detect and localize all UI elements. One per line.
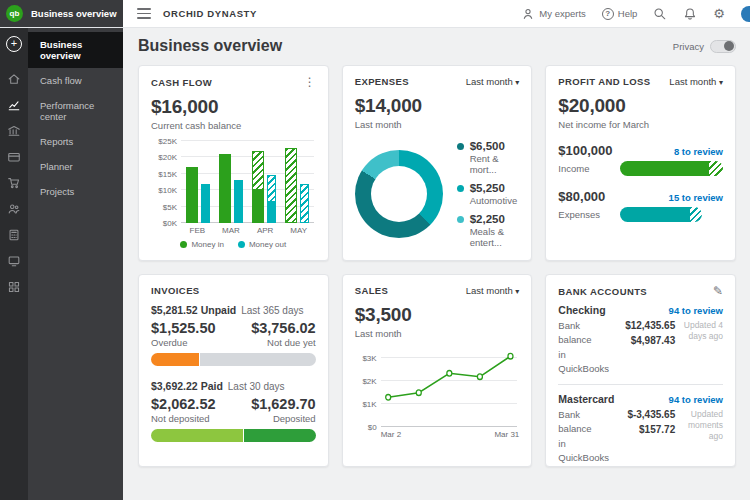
sales-period-dropdown[interactable]: Last month ▾	[466, 285, 520, 296]
mastercard-updated: Updated moments ago	[675, 408, 723, 465]
main-content: Business overview Privacy CASH FLOW ⋮ $1…	[123, 28, 750, 500]
income-progress-bar[interactable]	[620, 161, 723, 176]
mastercard-bank-balance-label: Bank balance	[558, 408, 609, 437]
checking-in-qb-balance: $4,987.43	[609, 334, 675, 349]
expenses-period-dropdown[interactable]: Last month ▾	[466, 76, 520, 87]
user-avatar[interactable]	[741, 6, 750, 22]
app-tab-label: Business overview	[31, 8, 117, 19]
paid-period: Last 30 days	[228, 381, 285, 392]
sales-x-end: Mar 31	[494, 430, 519, 439]
mastercard-review-link[interactable]: 94 to review	[669, 394, 723, 405]
my-experts-button[interactable]: My experts	[521, 7, 585, 21]
sales-card: SALES Last month ▾ $3,500 Last month $0$…	[342, 274, 533, 467]
sidebar-item-business-overview[interactable]: Business overview	[28, 32, 123, 68]
cash-flow-x-axis: FEBMARAPRMAY	[181, 223, 316, 235]
bank-accounts-title: BANK ACCOUNTS	[558, 286, 647, 297]
settings-gear-icon[interactable]: ⚙	[713, 7, 725, 20]
privacy-label: Privacy	[673, 41, 704, 52]
payroll-calculator-icon[interactable]	[7, 227, 22, 242]
cash-flow-bar-chart[interactable]: $0K$5K$10K$15K$20K$25K	[181, 141, 314, 223]
checking-name: Checking	[558, 304, 605, 316]
kebab-menu-icon[interactable]: ⋮	[304, 76, 316, 88]
help-label: Help	[618, 8, 638, 19]
income-amount: $100,000	[558, 143, 612, 158]
not-deposited-label: Not deposited	[151, 413, 210, 424]
paid-progress-bar[interactable]	[151, 429, 316, 442]
my-experts-label: My experts	[539, 8, 585, 19]
cash-flow-title: CASH FLOW	[151, 77, 212, 88]
sidebar-item-reports[interactable]: Reports	[28, 129, 123, 154]
sales-title: SALES	[355, 285, 389, 296]
mastercard-bank-balance: $-3,435.65	[609, 408, 675, 423]
apps-grid-icon[interactable]	[7, 279, 22, 294]
expenses-review-link[interactable]: 15 to review	[669, 192, 723, 203]
sidebar-item-planner[interactable]: Planner	[28, 154, 123, 179]
home-icon[interactable]	[7, 71, 22, 86]
checking-bank-balance: $12,435.65	[609, 319, 675, 334]
bank-accounts-card: BANK ACCOUNTS ✎ Checking 94 to review Ba…	[545, 274, 736, 467]
expenses-card-icon[interactable]	[7, 149, 22, 164]
search-icon[interactable]	[653, 7, 667, 21]
overdue-amount: $1,525.50	[151, 320, 216, 336]
income-row: $100,000 8 to review Income	[558, 143, 723, 176]
sidebar-menu: Business overviewCash flowPerformance ce…	[28, 28, 123, 500]
paid-section: $3,692.22 PaidLast 30 days $2,062.52 $1,…	[151, 380, 316, 442]
time-monitor-icon[interactable]	[7, 253, 22, 268]
quickbooks-dashboard: qb Business overview ORCHID DYNASTY My e…	[0, 0, 750, 500]
expenses-legend: $6,500Rent & mort...$5,250Automotive$2,2…	[457, 140, 520, 248]
new-plus-button[interactable]: +	[6, 36, 22, 52]
mastercard-account: Mastercard 94 to review Bank balance in …	[558, 393, 723, 465]
cards-grid: CASH FLOW ⋮ $16,000 Current cash balance…	[138, 65, 736, 467]
legend-item: Money in	[180, 240, 223, 249]
expense-legend-item: $5,250Automotive	[457, 182, 520, 206]
company-name: ORCHID DYNASTY	[163, 8, 257, 19]
app-tab[interactable]: qb Business overview	[0, 0, 123, 27]
sales-cart-icon[interactable]	[7, 175, 22, 190]
unpaid-progress-bar[interactable]	[151, 353, 316, 366]
sidebar-item-cash-flow[interactable]: Cash flow	[28, 68, 123, 93]
customers-icon[interactable]	[7, 201, 22, 216]
expenses-card: EXPENSES Last month ▾ $14,000 Last month…	[342, 65, 533, 261]
sidebar-item-performance-center[interactable]: Performance center	[28, 93, 123, 129]
page-title: Business overview	[138, 37, 282, 55]
sidebar-item-projects[interactable]: Projects	[28, 179, 123, 204]
sales-amount: $3,500	[355, 304, 520, 326]
privacy-toggle[interactable]	[710, 40, 736, 53]
mastercard-in-qb-label: in QuickBooks	[558, 437, 609, 466]
expenses-subtitle: Last month	[355, 119, 520, 130]
income-label: Income	[558, 163, 620, 174]
expenses-progress-bar[interactable]	[620, 207, 702, 222]
checking-review-link[interactable]: 94 to review	[669, 305, 723, 316]
not-due-label: Not due yet	[267, 337, 316, 348]
pl-expenses-amount: $80,000	[558, 189, 605, 204]
hamburger-menu-icon[interactable]	[137, 8, 151, 19]
net-income-amount: $20,000	[558, 95, 723, 117]
notifications-bell-icon[interactable]	[683, 7, 697, 21]
expenses-donut-chart[interactable]	[355, 150, 443, 238]
checking-updated: Updated 4 days ago	[675, 319, 723, 376]
expense-legend-item: $2,250Meals & entert...	[457, 213, 520, 248]
cash-flow-card: CASH FLOW ⋮ $16,000 Current cash balance…	[138, 65, 329, 261]
income-review-link[interactable]: 8 to review	[674, 146, 723, 157]
sales-line-chart[interactable]: $0$1K$2K$3K	[381, 347, 518, 427]
quickbooks-logo[interactable]: qb	[6, 5, 23, 22]
unpaid-headline: $5,281.52 Unpaid	[151, 304, 236, 316]
sales-x-axis: Mar 2 Mar 31	[381, 427, 520, 439]
deposited-amount: $1,629.70	[251, 396, 316, 412]
profit-loss-period-dropdown[interactable]: Last month ▾	[669, 76, 723, 87]
overdue-label: Overdue	[151, 337, 187, 348]
cash-flow-legend: Money inMoney out	[151, 240, 316, 249]
business-overview-icon[interactable]	[7, 97, 22, 112]
privacy-control: Privacy	[673, 40, 736, 53]
sales-subtitle: Last month	[355, 328, 520, 339]
expenses-title: EXPENSES	[355, 76, 409, 87]
edit-pencil-icon[interactable]: ✎	[713, 285, 723, 297]
cash-balance-amount: $16,000	[151, 96, 316, 118]
invoices-card: INVOICES $5,281.52 UnpaidLast 365 days $…	[138, 274, 329, 467]
mastercard-name: Mastercard	[558, 393, 614, 405]
help-button[interactable]: ? Help	[602, 8, 638, 20]
unpaid-section: $5,281.52 UnpaidLast 365 days $1,525.50 …	[151, 304, 316, 366]
banking-icon[interactable]	[7, 123, 22, 138]
expenses-row: $80,000 15 to review Expenses	[558, 189, 723, 222]
checking-in-qb-label: in QuickBooks	[558, 348, 609, 377]
